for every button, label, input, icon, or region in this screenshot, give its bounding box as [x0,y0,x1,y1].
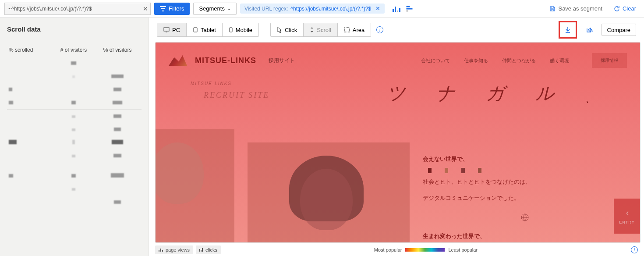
mode-click-label: Click [285,27,297,33]
hero-small: MITSUE-LINKS [191,81,232,86]
info-icon[interactable]: i [376,26,383,33]
mode-segment: Click Scroll Area [270,23,371,37]
bar-chart-icon[interactable] [393,6,400,12]
info-icon[interactable]: i [631,246,638,253]
footer-info[interactable]: i [631,246,638,253]
table-row [7,196,142,209]
filters-button[interactable]: Filters [154,3,190,15]
device-tablet-button[interactable]: Tablet [187,23,223,36]
download-icon [564,26,571,33]
table-row [7,123,142,136]
logo-subtitle: 採用サイト [269,57,295,64]
table-row [7,96,142,110]
hbar-chart-icon[interactable] [407,6,413,11]
photo-center [248,142,410,243]
mode-area-label: Area [353,27,364,33]
mode-click-button[interactable]: Click [271,23,304,36]
chip-pageviews[interactable]: page views [155,245,193,254]
clear-label: Clear [623,5,636,12]
site-nav: 会社について 仕事を知る 仲間とつながる 働く環境 採用情報 [421,53,627,68]
filter-icon [160,6,166,11]
mobile-icon [229,27,233,32]
legend-least: Least popular [448,247,478,252]
table-row [7,110,142,123]
chip-clicks[interactable]: clicks [196,245,221,254]
main-layout: Scroll data % scrolled # of visitors % o… [0,18,644,256]
legend-gradient [405,248,445,252]
globe-icon [423,212,627,228]
save-segment-button[interactable]: Save as segment [549,5,602,12]
clear-url-icon[interactable]: ✕ [143,5,148,12]
download-highlight [559,21,577,39]
segments-label: Segments [199,5,225,12]
body-text: 会えない世界で、 社会とヒト、ヒトとヒトをつなげたのは、 デジタルコミュニケーシ… [423,129,640,243]
top-toolbar: ✕ Filters Segments ⌄ Visited URL regex: … [0,0,644,18]
mode-scroll-label: Scroll [317,27,331,33]
logo-icon [169,55,187,66]
save-icon [549,6,556,12]
device-mobile-button[interactable]: Mobile [223,23,258,36]
svg-rect-1 [194,28,197,32]
refresh-icon [614,6,620,12]
device-pc-button[interactable]: PC [157,23,187,36]
save-segment-label: Save as segment [558,5,602,12]
col-pct-visitors: % of visitors [95,47,140,53]
nav-item: 会社について [421,57,450,64]
mode-scroll-button[interactable]: Scroll [304,23,338,36]
download-button[interactable] [561,23,575,36]
share-icon [586,26,593,33]
segments-button[interactable]: Segments ⌄ [193,3,237,15]
pill-value: ^https://jobs\.mitsue\.co\.jp/(\?.*)?$ [290,6,371,12]
table-row [7,162,142,169]
chevron-down-icon: ⌄ [227,6,231,11]
table-row [7,136,142,149]
table-row [7,70,142,83]
device-tablet-label: Tablet [201,27,216,33]
table-row [7,57,142,70]
share-button[interactable] [582,23,596,36]
device-mobile-label: Mobile [236,27,252,33]
col-scrolled: % scrolled [9,47,52,53]
svg-rect-3 [344,28,350,32]
body-icons [428,168,627,173]
tablet-icon [193,27,198,32]
table-row [7,149,142,162]
cursor-icon [277,27,282,33]
body-row: 会えない世界で、 社会とヒト、ヒトとヒトをつなげたのは、 デジタルコミュニケーシ… [156,129,640,243]
table-row [7,182,142,196]
mode-area-button[interactable]: Area [338,23,371,36]
body-line: 生まれ変わった世界で、 [423,228,627,243]
hero: MITSUE-LINKS RECRUIT SITE ツ ナ ガ ル 、 [156,72,640,129]
filters-label: Filters [169,5,184,12]
chip-pageviews-label: page views [166,247,190,252]
svg-rect-0 [164,28,169,31]
pill-close-icon[interactable]: ✕ [375,5,380,12]
nav-item: 働く環境 [550,57,569,64]
sidebar: Scroll data % scrolled # of visitors % o… [0,18,149,256]
entry-button: › ENTRY [614,199,640,234]
heatmap-view[interactable]: MITSUE-LINKS 採用サイト 会社について 仕事を知る 仲間とつながる … [155,42,640,243]
table-row [7,169,142,182]
filter-pill[interactable]: Visited URL regex: ^https://jobs\.mitsue… [240,4,385,14]
nav-item: 仕事を知る [464,57,488,64]
photo-left [156,129,234,243]
scroll-icon [310,27,314,33]
url-input-wrap: ✕ [4,3,151,15]
clear-button[interactable]: Clear [614,5,636,12]
legend: Most popular Least popular [374,247,478,252]
compare-button[interactable]: Compare [602,24,636,36]
site-header: MITSUE-LINKS 採用サイト 会社について 仕事を知る 仲間とつながる … [156,43,640,72]
body-line: 会えない世界で、 [423,151,627,167]
url-input[interactable] [4,3,151,15]
entry-label: ENTRY [619,220,634,224]
bar-icon [159,248,164,252]
hero-title: RECRUIT SITE [204,91,269,100]
device-pc-label: PC [172,27,180,33]
area-icon [344,27,350,32]
body-line: デジタルコミュニケーションでした。 [423,190,627,206]
col-visitors: # of visitors [52,47,96,53]
svg-rect-2 [230,28,232,32]
hero-jp-letters: ツ ナ ガ ル 、 [387,81,596,106]
table-header: % scrolled # of visitors % of visitors [7,43,142,57]
table-row [7,83,142,96]
